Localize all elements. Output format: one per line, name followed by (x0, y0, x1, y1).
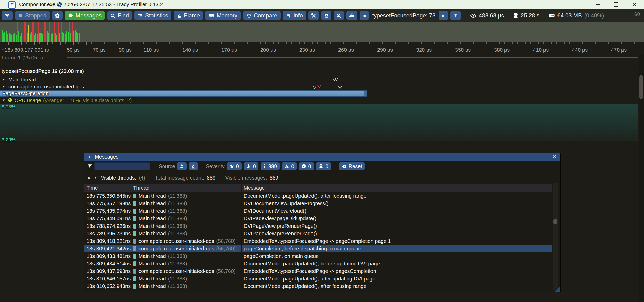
flame-button[interactable]: Flame (174, 11, 203, 20)
message-row[interactable]: 18s 809,421,342nscom.apple.root.user-ini… (84, 245, 552, 252)
message-marker-icon[interactable] (338, 86, 342, 89)
frame-bar[interactable] (44, 22, 45, 42)
frame-bar[interactable] (9, 33, 10, 42)
cpu-usage-label[interactable]: CPU usage (15, 98, 41, 104)
collapse-triangle-icon[interactable]: ▼ (2, 85, 5, 88)
info-button[interactable]: Info (283, 11, 306, 20)
expand-triangle-icon[interactable]: ▶ (88, 176, 91, 180)
frame-bar[interactable] (79, 33, 80, 42)
frame-bar[interactable] (73, 31, 74, 42)
frame-filter-button[interactable]: ▼ (450, 11, 461, 20)
close-button[interactable]: ✕ (628, 0, 640, 9)
frame-bar[interactable] (32, 22, 34, 42)
frame-bar[interactable] (42, 34, 43, 42)
reset-filters-button[interactable]: Reset (339, 162, 365, 170)
frame-bar[interactable] (45, 22, 46, 42)
frame-bar[interactable] (6, 31, 7, 42)
cpu-usage-plot[interactable] (0, 104, 638, 141)
source-microscope-button[interactable] (189, 162, 198, 170)
frame-bar[interactable] (20, 36, 21, 42)
messages-window-titlebar[interactable]: ▼ Messages ✕ (84, 153, 560, 161)
message-row[interactable]: 18s 810,646,157nsMain thread(11,388)Docu… (84, 275, 552, 283)
frame-nav-label[interactable]: typesetFocusedPage: 73 (372, 12, 435, 19)
frame-bar[interactable] (51, 34, 52, 42)
frame-bar[interactable] (75, 30, 76, 42)
connection-button[interactable] (2, 11, 13, 20)
messages-filter-input[interactable] (94, 162, 150, 170)
frame-bar[interactable] (65, 34, 66, 42)
collapse-triangle-icon[interactable]: ▼ (2, 98, 5, 102)
frame-bar[interactable] (72, 22, 73, 42)
frame-bar[interactable] (37, 34, 38, 42)
frame-bar[interactable] (34, 35, 35, 42)
frame-bar[interactable] (27, 33, 28, 42)
severity-info-button[interactable]: 889 (261, 162, 280, 170)
frame-bar[interactable] (23, 22, 23, 42)
message-marker-red-icon[interactable] (317, 85, 322, 88)
message-row[interactable]: 18s 775,357,198nsMain thread(11,388)DVID… (84, 200, 552, 207)
frame-bar[interactable] (18, 31, 19, 42)
frame-bar[interactable] (49, 22, 50, 42)
window-resize-grip[interactable] (555, 286, 560, 292)
frame-bar[interactable] (56, 35, 57, 42)
frame-bar[interactable] (31, 32, 32, 42)
thread-label[interactable]: Main thread (8, 77, 36, 83)
frame-bar[interactable] (62, 32, 63, 42)
frame-bar[interactable] (10, 34, 11, 42)
frame-bar[interactable] (47, 31, 48, 42)
main-scrollbar[interactable] (639, 54, 644, 302)
frame-bar[interactable] (59, 33, 60, 42)
message-row[interactable]: 18s 810,652,943nsMain thread(11,388)Docu… (84, 283, 552, 290)
prev-frame-button[interactable]: ◀ (360, 11, 369, 20)
compare-button[interactable]: Compare (243, 11, 281, 20)
frame-bar[interactable] (25, 22, 26, 42)
frame-bar[interactable] (77, 33, 78, 42)
frame-bar[interactable] (24, 22, 25, 42)
frame-bar[interactable] (16, 35, 17, 42)
zone-bar-pagepassoperation[interactable]: PagePassOperation (0, 90, 367, 97)
frame-bar[interactable] (52, 33, 53, 42)
tools-button[interactable] (308, 11, 319, 20)
frame-bar[interactable] (28, 25, 29, 42)
severity-warning-button[interactable]: 0 (282, 162, 297, 170)
thread-label[interactable]: com.apple.root.user-initiated-qos (8, 84, 84, 90)
column-header-message[interactable]: Message (241, 184, 552, 192)
message-row[interactable]: 18s 809,418,221nscom.apple.root.user-ini… (84, 237, 552, 245)
robot-button[interactable] (346, 11, 357, 20)
next-frame-button[interactable]: ▶ (439, 11, 448, 20)
collapse-triangle-icon[interactable]: ▼ (2, 78, 5, 81)
visible-threads-label[interactable]: Visible threads: (101, 175, 136, 181)
message-marker-icon[interactable] (313, 86, 317, 89)
frame-bar[interactable] (3, 33, 4, 42)
zoom-in-button[interactable] (334, 11, 344, 20)
message-row[interactable]: 18s 788,974,926nsMain thread(11,388)DVIP… (84, 222, 552, 230)
frame-bar[interactable] (13, 34, 14, 42)
column-header-time[interactable]: Time (84, 184, 131, 192)
messages-scrollbar-thumb[interactable] (553, 219, 557, 224)
source-user-button[interactable] (177, 162, 187, 170)
frame-bar[interactable] (17, 22, 18, 42)
statistics-button[interactable]: Statistics (134, 11, 171, 20)
frame-bar[interactable] (54, 22, 55, 42)
frame-bar[interactable] (39, 33, 41, 42)
frame-bar[interactable] (70, 33, 71, 42)
minimize-button[interactable] (592, 0, 604, 9)
frame-graph[interactable] (0, 22, 644, 42)
frame-bar[interactable] (68, 32, 69, 42)
options-button[interactable] (52, 11, 63, 20)
frame-bar[interactable] (30, 34, 31, 42)
main-scrollbar-thumb[interactable] (639, 75, 643, 99)
frame-bar[interactable] (35, 33, 36, 42)
frame-bar[interactable] (14, 33, 15, 42)
message-row[interactable]: 18s 809,437,898nscom.apple.root.user-ini… (84, 267, 552, 275)
frame-bar[interactable] (58, 22, 59, 42)
maximize-button[interactable] (610, 0, 622, 9)
message-row[interactable]: 18s 775,435,974nsMain thread(11,388)DVID… (84, 207, 552, 215)
close-icon[interactable]: ✕ (550, 153, 558, 161)
severity-bug-button[interactable]: 0 (244, 162, 258, 170)
frame-bar[interactable] (55, 33, 56, 42)
manual-button[interactable] (321, 11, 331, 20)
frame-span-label[interactable]: Frame 1 (25.05 s) (2, 55, 43, 61)
column-header-thread[interactable]: Thread (131, 184, 241, 192)
frame-bar[interactable] (11, 35, 12, 42)
